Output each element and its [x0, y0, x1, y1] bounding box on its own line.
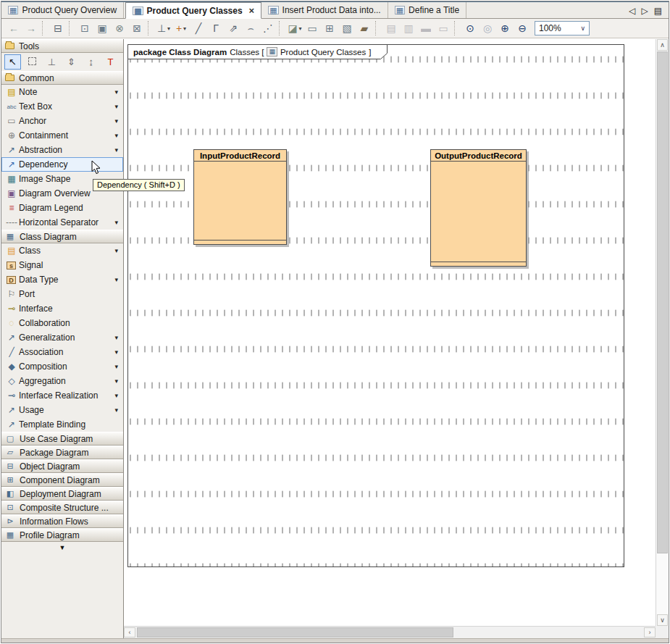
palette-item-usage[interactable]: ↗ Usage ▾	[1, 403, 123, 417]
scroll-down-icon[interactable]: ∨	[657, 614, 668, 626]
palette-item-composition[interactable]: ◆ Composition ▾	[1, 359, 123, 374]
suppress-attributes-button[interactable]: ▥	[400, 20, 417, 36]
palette-section-package-diagram[interactable]: ▱ Package Diagram	[1, 446, 123, 459]
chevron-down-icon[interactable]: ▾	[114, 132, 120, 139]
paste-button[interactable]: ▣	[93, 20, 111, 36]
tab-insert-product-data-into[interactable]: ▦ Insert Product Data into...	[261, 2, 388, 18]
sticker-tool-button[interactable]: ⊥	[43, 54, 60, 70]
text-tool-button[interactable]: T	[102, 54, 119, 70]
horizontal-scroll-thumb[interactable]	[137, 627, 453, 637]
tab-close-icon[interactable]: ×	[249, 5, 255, 16]
previous-tab-icon[interactable]: ◁	[629, 6, 635, 16]
copy-button[interactable]: ⊡	[76, 20, 93, 36]
chevron-down-icon[interactable]: ▾	[114, 334, 120, 341]
forward-button[interactable]: →	[22, 20, 40, 36]
palette-item-anchor[interactable]: ▭ Anchor ▾	[1, 114, 123, 128]
zoom-selection-button[interactable]: ⊙	[461, 20, 479, 36]
next-tab-icon[interactable]: ▷	[641, 6, 648, 16]
palette-item-generalization[interactable]: ↗ Generalization ▾	[1, 330, 123, 345]
show-compartments-button[interactable]: ▤	[382, 20, 400, 36]
select-in-containment-tree-button[interactable]: ⊟	[49, 20, 67, 36]
curved-path-button[interactable]: ⌢	[242, 20, 259, 36]
palette-section-deployment-diagram[interactable]: ◧ Deployment Diagram	[1, 487, 123, 501]
horizontal-scrollbar[interactable]: ‹ ›	[124, 626, 656, 638]
chevron-down-icon[interactable]: ▾	[114, 363, 120, 370]
palette-section-common[interactable]: Common	[1, 71, 123, 85]
zoom-combobox[interactable]: 100% ∨	[535, 21, 590, 35]
palette-section-object-diagram[interactable]: ⊟ Object Diagram	[1, 459, 123, 473]
palette-section-information-flows[interactable]: ⊳ Information Flows	[1, 514, 123, 528]
palette-item-template-binding[interactable]: ↗ Template Binding	[1, 417, 123, 432]
chevron-down-icon[interactable]: ▾	[114, 247, 120, 254]
palette-section-component-diagram[interactable]: ⊞ Component Diagram	[1, 473, 123, 487]
palette-item-port[interactable]: ⚐ Port	[1, 287, 123, 301]
expand-vertically-tool-button[interactable]: ⇕	[63, 54, 80, 70]
pointer-tool-button[interactable]: ↖	[4, 54, 21, 70]
palette-item-signal[interactable]: s Signal	[1, 258, 123, 272]
scroll-left-icon[interactable]: ‹	[124, 627, 135, 637]
tab-product-query-classes[interactable]: ▦ Product Query Classes ×	[125, 2, 261, 19]
tab-product-query-overview[interactable]: ▦ Product Query Overview	[1, 2, 124, 18]
marquee-selection-tool-button[interactable]	[24, 54, 41, 70]
tab-define-a-title[interactable]: ▦ Define a Title	[388, 2, 466, 18]
make-same-size-button[interactable]: ⊞	[321, 20, 338, 36]
class-input-product-record[interactable]: InputProductRecord	[193, 149, 287, 245]
back-button[interactable]: ←	[5, 20, 22, 36]
chevron-down-icon[interactable]: ▾	[114, 146, 120, 154]
palette-item-diagram-legend[interactable]: ≡ Diagram Legend	[1, 201, 123, 215]
palette-section-use-case-diagram[interactable]: ▢ Use Case Diagram	[1, 432, 123, 446]
route-paths-button[interactable]: + ▾	[172, 20, 190, 36]
fill-color-button[interactable]: ◪ ▾	[286, 20, 303, 36]
format-painter-button[interactable]: ▰	[356, 20, 373, 36]
palette-item-abstraction[interactable]: ↗ Abstraction ▾	[1, 143, 123, 157]
chevron-down-icon[interactable]: ▾	[114, 406, 120, 414]
chevron-down-icon[interactable]: ▾	[114, 276, 120, 283]
chevron-down-icon[interactable]: ∨	[580, 25, 585, 32]
palette-item-association[interactable]: ╱ Association ▾	[1, 345, 123, 359]
splined-path-button[interactable]: ⋰	[259, 20, 277, 36]
palette-more-button[interactable]: ▼	[41, 544, 85, 551]
chevron-down-icon[interactable]: ▾	[114, 103, 120, 110]
vertical-scroll-thumb[interactable]	[657, 51, 668, 553]
chevron-down-icon[interactable]: ▾	[114, 392, 120, 399]
chevron-down-icon[interactable]: ▾	[114, 88, 120, 96]
chevron-down-icon[interactable]: ▾	[114, 377, 120, 385]
palette-item-note[interactable]: ▤ Note ▾	[1, 85, 123, 99]
delete-button[interactable]: ⊗	[111, 20, 128, 36]
palette-section-class-diagram[interactable]: ▦ Class Diagram	[1, 230, 123, 243]
chevron-down-icon[interactable]: ▾	[114, 219, 120, 226]
chevron-down-icon[interactable]: ▾	[114, 348, 120, 356]
show-diagram-info-button[interactable]: ▭	[435, 20, 452, 36]
palette-item-dependency[interactable]: ↗ Dependency	[1, 157, 123, 172]
palette-item-horizontal-separator[interactable]: ---- Horizontal Separator ▾	[1, 215, 123, 230]
zoom-in-button[interactable]: ⊕	[496, 20, 514, 36]
palette-item-data-type[interactable]: D Data Type ▾	[1, 272, 123, 287]
fit-in-window-button[interactable]: ◎	[479, 20, 496, 36]
straight-path-button[interactable]: ╱	[190, 20, 207, 36]
copy-as-image-button[interactable]: ⊠	[128, 20, 146, 36]
vertical-scrollbar[interactable]: ∧ ∨	[656, 39, 669, 626]
rectilinear-path-button[interactable]: Γ	[207, 20, 225, 36]
chevron-down-icon[interactable]: ▾	[114, 117, 120, 125]
palette-item-text-box[interactable]: abc Text Box ▾	[1, 99, 123, 114]
dropdown-arrow-icon[interactable]: ▾	[167, 25, 170, 32]
palette-item-interface[interactable]: ⊸ Interface	[1, 301, 123, 316]
palette-section-tools[interactable]: Tools	[1, 39, 123, 53]
dropdown-arrow-icon[interactable]: ▾	[183, 25, 186, 32]
palette-item-class[interactable]: ▤ Class ▾	[1, 243, 123, 258]
scroll-right-icon[interactable]: ›	[644, 627, 656, 637]
tab-list-icon[interactable]: ▤	[654, 6, 662, 16]
dropdown-arrow-icon[interactable]: ▾	[299, 25, 302, 32]
scroll-up-icon[interactable]: ∧	[657, 39, 668, 51]
suppress-operations-button[interactable]: ▬	[417, 20, 435, 36]
class-output-product-record[interactable]: OutputProductRecord	[430, 149, 527, 267]
select-style-button[interactable]: ▧	[338, 20, 356, 36]
diagram-canvas[interactable]: package Class Diagram Classes [ ▦ Produc…	[124, 39, 656, 626]
palette-item-collaboration[interactable]: ◌ Collaboration	[1, 316, 123, 330]
oblique-path-button[interactable]: ⇗	[225, 20, 242, 36]
zoom-out-button[interactable]: ⊖	[514, 20, 531, 36]
autosize-button[interactable]: ▭	[303, 20, 321, 36]
palette-item-containment[interactable]: ⊕ Containment ▾	[1, 128, 123, 143]
palette-item-interface-realization[interactable]: ⊸ Interface Realization ▾	[1, 388, 123, 403]
compress-vertically-tool-button[interactable]: ↨	[83, 54, 99, 70]
